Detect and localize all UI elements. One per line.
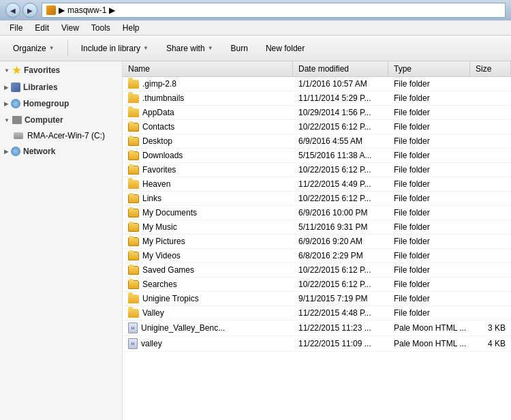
file-name-cell: Heaven bbox=[123, 177, 293, 191]
file-type-cell: File folder bbox=[388, 134, 470, 148]
include-library-arrow: ▼ bbox=[143, 45, 149, 51]
address-bar[interactable]: ▶ masqww-1 ▶ bbox=[42, 3, 506, 18]
sidebar-libraries[interactable]: ▶ Libraries bbox=[0, 79, 122, 95]
share-with-button[interactable]: Share with ▼ bbox=[159, 39, 221, 58]
folder-icon bbox=[128, 280, 139, 289]
folder-icon bbox=[128, 266, 139, 275]
header-name[interactable]: Name bbox=[123, 61, 293, 76]
table-row[interactable]: Heaven11/22/2015 4:49 P...File folder bbox=[123, 177, 511, 192]
network-expand-icon: ▶ bbox=[4, 149, 8, 155]
file-type-cell: File folder bbox=[388, 278, 470, 291]
sidebar-homegroup[interactable]: ▶ Homegroup bbox=[0, 95, 122, 112]
file-date-cell: 5/15/2016 11:38 A... bbox=[293, 149, 388, 162]
file-type-cell: File folder bbox=[388, 292, 470, 305]
title-bar: ◀ ▶ ▶ masqww-1 ▶ bbox=[0, 0, 511, 20]
file-name-cell: Searches bbox=[123, 278, 293, 291]
table-row[interactable]: Links10/22/2015 6:12 P...File folder bbox=[123, 192, 511, 206]
table-row[interactable]: My Music5/11/2016 9:31 PMFile folder bbox=[123, 220, 511, 235]
folder-icon bbox=[128, 209, 139, 217]
file-type-cell: File folder bbox=[388, 120, 470, 134]
file-type-cell: File folder bbox=[388, 149, 470, 162]
file-date-cell: 6/9/2016 10:00 PM bbox=[293, 206, 388, 220]
include-library-button[interactable]: Include in library ▼ bbox=[74, 39, 156, 58]
file-size-cell: 3 KB bbox=[470, 320, 511, 335]
file-type-cell: File folder bbox=[388, 263, 470, 277]
table-row[interactable]: My Videos6/8/2016 2:29 PMFile folder bbox=[123, 249, 511, 263]
sidebar-computer-label: Computer bbox=[25, 115, 63, 125]
file-size-cell bbox=[470, 263, 511, 277]
html-file-icon: H bbox=[128, 322, 138, 333]
table-row[interactable]: Downloads5/15/2016 11:38 A...File folder bbox=[123, 149, 511, 163]
file-size-cell bbox=[470, 292, 511, 305]
file-name-cell: Links bbox=[123, 192, 293, 205]
libraries-expand-icon: ▶ bbox=[4, 85, 8, 91]
forward-button[interactable]: ▶ bbox=[22, 3, 37, 18]
file-name: Desktop bbox=[142, 136, 172, 146]
table-row[interactable]: HUnigine_Valley_Benc...11/22/2015 11:23 … bbox=[123, 320, 511, 336]
sidebar-computer[interactable]: ▼ Computer bbox=[0, 112, 122, 128]
table-row[interactable]: .gimp-2.81/1/2016 10:57 AMFile folder bbox=[123, 77, 511, 91]
sidebar-network[interactable]: ▶ Network bbox=[0, 143, 122, 160]
file-size-cell bbox=[470, 77, 511, 91]
file-date-cell: 10/29/2014 1:56 P... bbox=[293, 106, 388, 119]
file-type-cell: File folder bbox=[388, 77, 470, 91]
file-name-cell: Favorites bbox=[123, 163, 293, 177]
file-name: Valley bbox=[142, 308, 164, 318]
file-name: Unigine_Valley_Benc... bbox=[141, 323, 225, 333]
folder-icon bbox=[128, 94, 139, 103]
menu-file[interactable]: File bbox=[4, 22, 28, 34]
table-row[interactable]: Valley11/22/2015 4:48 P...File folder bbox=[123, 306, 511, 320]
file-type-cell: File folder bbox=[388, 206, 470, 220]
file-name-cell: AppData bbox=[123, 106, 293, 119]
file-size-cell bbox=[470, 120, 511, 134]
table-row[interactable]: Searches10/22/2015 6:12 P...File folder bbox=[123, 278, 511, 292]
new-folder-button[interactable]: New folder bbox=[258, 39, 312, 58]
header-type[interactable]: Type bbox=[388, 61, 470, 76]
menu-edit[interactable]: Edit bbox=[29, 22, 55, 34]
sidebar-favorites-label: Favorites bbox=[24, 65, 60, 75]
file-name-cell: Desktop bbox=[123, 134, 293, 148]
file-type-cell: File folder bbox=[388, 106, 470, 119]
table-row[interactable]: Hvalley11/22/2015 11:09 ...Pale Moon HTM… bbox=[123, 336, 511, 352]
menu-help[interactable]: Help bbox=[117, 22, 145, 34]
file-size-cell bbox=[470, 220, 511, 234]
file-name-cell: Downloads bbox=[123, 149, 293, 162]
file-date-cell: 10/22/2015 6:12 P... bbox=[293, 263, 388, 277]
menu-tools[interactable]: Tools bbox=[86, 22, 116, 34]
address-folder-icon bbox=[46, 5, 56, 15]
back-button[interactable]: ◀ bbox=[5, 3, 20, 18]
file-date-cell: 5/11/2016 9:31 PM bbox=[293, 220, 388, 234]
file-name: Contacts bbox=[142, 122, 174, 132]
burn-button[interactable]: Burn bbox=[223, 39, 256, 58]
header-size[interactable]: Size bbox=[470, 61, 511, 76]
sidebar-favorites[interactable]: ▼ ★ Favorites bbox=[0, 61, 122, 79]
file-name: Downloads bbox=[142, 151, 183, 160]
file-name: My Videos bbox=[142, 251, 181, 260]
table-row[interactable]: Saved Games10/22/2015 6:12 P...File fold… bbox=[123, 263, 511, 278]
table-row[interactable]: .thumbnails11/11/2014 5:29 P...File fold… bbox=[123, 91, 511, 106]
file-name-cell: Contacts bbox=[123, 120, 293, 134]
file-name-cell: My Documents bbox=[123, 206, 293, 220]
sidebar-drive[interactable]: RMA-Acer-Win-7 (C:) bbox=[0, 128, 122, 143]
folder-icon bbox=[128, 123, 139, 132]
header-date[interactable]: Date modified bbox=[293, 61, 388, 76]
table-row[interactable]: Unigine Tropics9/11/2015 7:19 PMFile fol… bbox=[123, 292, 511, 306]
folder-icon bbox=[128, 295, 139, 303]
organize-button[interactable]: Organize ▼ bbox=[5, 39, 62, 58]
file-size-cell bbox=[470, 177, 511, 191]
table-row[interactable]: Favorites10/22/2015 6:12 P...File folder bbox=[123, 163, 511, 177]
sidebar-homegroup-label: Homegroup bbox=[23, 99, 69, 108]
table-row[interactable]: My Pictures6/9/2016 9:20 AMFile folder bbox=[123, 235, 511, 249]
menu-view[interactable]: View bbox=[56, 22, 84, 34]
nav-buttons: ◀ ▶ bbox=[5, 3, 37, 18]
table-row[interactable]: AppData10/29/2014 1:56 P...File folder bbox=[123, 106, 511, 120]
file-size-cell bbox=[470, 106, 511, 119]
table-row[interactable]: Desktop6/9/2016 4:55 AMFile folder bbox=[123, 134, 511, 149]
table-row[interactable]: My Documents6/9/2016 10:00 PMFile folder bbox=[123, 206, 511, 220]
computer-expand-icon: ▼ bbox=[4, 117, 10, 123]
file-name: AppData bbox=[142, 108, 174, 117]
file-date-cell: 6/9/2016 4:55 AM bbox=[293, 134, 388, 148]
table-row[interactable]: Contacts10/22/2015 6:12 P...File folder bbox=[123, 120, 511, 134]
file-date-cell: 9/11/2015 7:19 PM bbox=[293, 292, 388, 305]
folder-icon bbox=[128, 252, 139, 260]
